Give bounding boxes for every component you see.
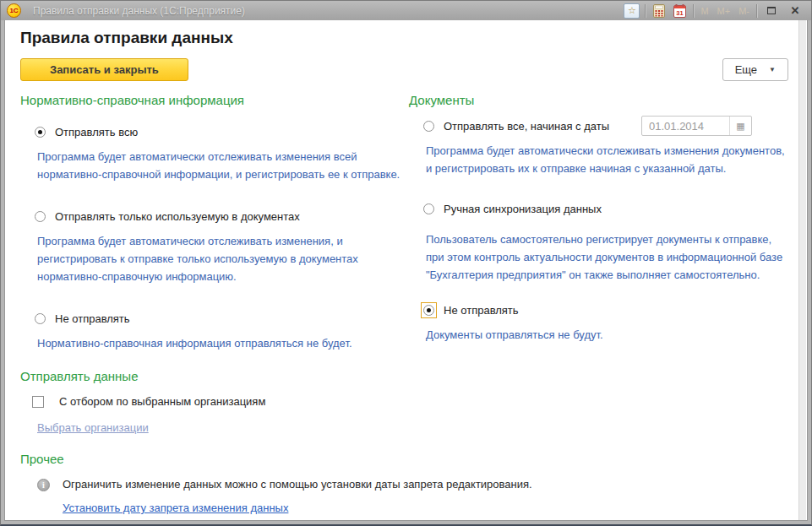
info-icon: i — [37, 479, 50, 491]
window-title: Правила отправки данных (1С:Предприятие) — [33, 5, 624, 17]
nsi-hint-2: Программа будет автоматически отслеживат… — [37, 232, 402, 285]
start-date-input[interactable] — [642, 117, 729, 135]
nsi-hint-1: Программа будет автоматически отслеживат… — [37, 148, 402, 183]
vertical-scrollbar[interactable] — [798, 20, 806, 520]
other-section: Прочее i Ограничить изменение данных мож… — [20, 452, 792, 515]
form-content: Правила отправки данных Записать и закры… — [4, 20, 808, 521]
more-button[interactable]: Еще ▼ — [722, 58, 788, 81]
nsi-hint-3: Нормативно-справочная информация отправл… — [37, 334, 402, 352]
filter-by-orgs-option[interactable]: С отбором по выбранным организациям — [32, 395, 792, 408]
checkbox-label: С отбором по выбранным организациям — [59, 395, 265, 408]
radio-option-nsi-send-all[interactable]: Отправлять всю — [32, 124, 409, 140]
memory-m-minus-button[interactable]: М- — [737, 6, 751, 16]
radio-label: Ручная синхронизация данных — [444, 203, 602, 215]
send-data-heading: Отправлять данные — [20, 369, 792, 383]
nsi-heading: Нормативно-справочная информация — [20, 93, 409, 107]
radio-label: Не отправлять — [444, 304, 519, 317]
start-date-field-group: ▦ — [641, 116, 752, 136]
app-window: 1С Правила отправки данных (1С:Предприят… — [0, 0, 812, 526]
radio-label: Отправлять всю — [55, 126, 138, 138]
documents-section: Документы Отправлять все, начиная с даты… — [409, 93, 792, 352]
radio-label: Отправлять все, начиная с даты — [444, 120, 609, 133]
more-button-label: Еще — [735, 63, 757, 76]
select-organizations-link[interactable]: Выбрать организации — [37, 421, 149, 434]
calendar-picker-icon[interactable]: ▦ — [729, 117, 751, 135]
radio-button[interactable] — [423, 305, 434, 316]
radio-button[interactable] — [423, 203, 434, 214]
docs-hint-2: Пользователь самостоятельно регистрирует… — [426, 230, 791, 284]
radio-label: Отправлять только используемую в докумен… — [55, 210, 300, 223]
docs-hint-1: Программа будет автоматически отслеживат… — [426, 142, 791, 177]
checkbox[interactable] — [32, 396, 44, 408]
page-title: Правила отправки данных — [20, 29, 807, 47]
documents-heading: Документы — [409, 93, 792, 107]
save-and-close-button[interactable]: Записать и закрыть — [20, 58, 188, 81]
radio-option-docs-manual-sync[interactable]: Ручная синхронизация данных — [421, 201, 792, 217]
radio-button[interactable] — [423, 121, 434, 132]
radio-option-docs-send-from-date[interactable]: Отправлять все, начиная с даты ▦ — [421, 116, 792, 136]
titlebar-separator — [645, 4, 646, 18]
radio-button[interactable] — [35, 127, 46, 138]
radio-option-docs-no-send[interactable]: Не отправлять — [421, 302, 792, 318]
other-heading: Прочее — [20, 452, 792, 466]
1c-logo-icon: 1С — [7, 3, 21, 18]
chevron-down-icon: ▼ — [769, 66, 776, 73]
radio-label: Не отправлять — [55, 312, 130, 325]
svg-text:31: 31 — [677, 8, 684, 16]
nsi-section: Нормативно-справочная информация Отправл… — [20, 93, 409, 352]
calculator-icon[interactable] — [651, 3, 667, 19]
calendar-icon[interactable]: 31 — [672, 3, 688, 19]
toolbar: Записать и закрыть Еще ▼ — [20, 58, 788, 81]
titlebar-separator — [756, 4, 757, 18]
titlebar-separator — [693, 4, 694, 18]
docs-hint-3: Документы отправляться не будут. — [426, 326, 791, 344]
maximize-icon — [767, 7, 776, 14]
memory-m-plus-button[interactable]: М+ — [716, 6, 733, 16]
set-restriction-date-link[interactable]: Установить дату запрета изменения данных — [63, 502, 288, 514]
titlebar: 1С Правила отправки данных (1С:Предприят… — [1, 1, 811, 20]
radio-option-nsi-no-send[interactable]: Не отправлять — [32, 311, 409, 327]
memory-m-button[interactable]: М — [699, 6, 710, 16]
maximize-button[interactable] — [762, 3, 781, 19]
radio-button[interactable] — [35, 211, 46, 222]
radio-option-nsi-used-only[interactable]: Отправлять только используемую в докумен… — [32, 209, 409, 225]
close-button[interactable]: ✕ — [786, 3, 804, 19]
send-data-section: Отправлять данные С отбором по выбранным… — [20, 369, 792, 435]
focus-ring — [421, 302, 437, 318]
radio-button[interactable] — [35, 313, 46, 324]
info-text: Ограничить изменение данных можно с помо… — [63, 478, 532, 491]
favorites-icon[interactable]: ☆ — [624, 3, 640, 19]
